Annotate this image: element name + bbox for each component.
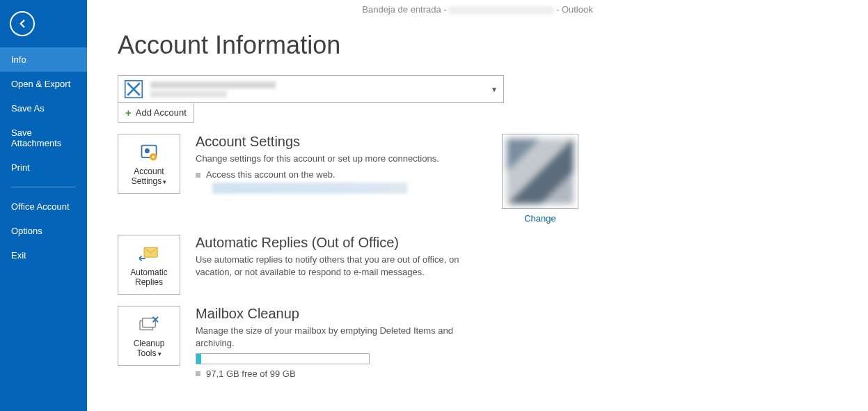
sidebar-item-exit[interactable]: Exit — [0, 243, 87, 267]
chevron-down-icon: ▾ — [163, 178, 166, 185]
button-label-line2: Settings — [132, 176, 161, 186]
account-email-redacted — [150, 82, 276, 88]
page-title: Account Information — [118, 31, 837, 60]
button-label-line2: Replies — [135, 277, 163, 287]
sidebar-item-label: Open & Export — [11, 79, 70, 89]
automatic-replies-description: Use automatic replies to notify others t… — [196, 254, 488, 278]
sidebar-item-label: Info — [11, 54, 26, 65]
svg-rect-7 — [143, 318, 156, 327]
bullet-icon — [196, 371, 200, 376]
main-content: Account Information ▼ + Add Account — [87, 0, 868, 411]
sidebar-item-info[interactable]: Info — [0, 47, 87, 72]
account-settings-description: Change settings for this account or set … — [196, 153, 488, 165]
cleanup-tools-icon — [139, 316, 159, 334]
button-label-line2: Tools — [136, 348, 156, 358]
sidebar-item-save-attachments[interactable]: Save Attachments — [0, 121, 87, 155]
change-photo-link[interactable]: Change — [524, 213, 556, 224]
mailbox-cleanup-description: Manage the size of your mailbox by empty… — [196, 325, 488, 349]
sidebar-item-label: Save Attachments — [11, 127, 61, 148]
account-photo-frame — [502, 134, 578, 209]
sidebar-item-label: Options — [11, 226, 42, 236]
account-picker-dropdown[interactable]: ▼ — [118, 75, 504, 103]
automatic-replies-heading: Automatic Replies (Out of Office) — [196, 235, 488, 251]
exchange-icon — [124, 79, 143, 99]
button-label-line1: Automatic — [130, 267, 167, 277]
arrow-left-icon — [16, 17, 29, 30]
bullet-icon — [196, 173, 200, 178]
mailbox-usage-fill — [196, 354, 201, 364]
chevron-down-icon: ▼ — [491, 86, 498, 93]
back-button[interactable] — [10, 11, 35, 36]
button-label-line1: Cleanup — [134, 339, 165, 348]
account-picker-text — [150, 82, 491, 98]
svg-point-2 — [145, 148, 150, 153]
sidebar-item-label: Exit — [11, 250, 26, 261]
automatic-replies-icon — [139, 245, 159, 262]
cleanup-tools-button[interactable]: Cleanup Tools▾ — [118, 306, 180, 366]
access-web-text: Access this account on the web. — [206, 169, 336, 180]
sidebar-item-office-account[interactable]: Office Account — [0, 194, 87, 219]
owa-link-redacted[interactable] — [212, 183, 407, 194]
sidebar-item-label: Print — [11, 162, 30, 173]
sidebar-item-open-export[interactable]: Open & Export — [0, 72, 87, 96]
account-photo — [507, 139, 574, 204]
backstage-sidebar: Info Open & Export Save As Save Attachme… — [0, 0, 87, 411]
mailbox-cleanup-heading: Mailbox Cleanup — [196, 306, 488, 322]
automatic-replies-button[interactable]: Automatic Replies — [118, 235, 180, 295]
button-label-line1: Account — [134, 166, 164, 176]
mailbox-usage-bar — [196, 353, 370, 364]
svg-point-4 — [152, 155, 155, 158]
chevron-down-icon: ▾ — [158, 350, 161, 357]
sidebar-item-label: Save As — [11, 103, 45, 114]
account-settings-button[interactable]: Account Settings▾ — [118, 134, 180, 194]
plus-icon: + — [125, 107, 132, 118]
account-type-redacted — [150, 91, 227, 98]
sidebar-item-label: Office Account — [11, 201, 70, 212]
account-settings-heading: Account Settings — [196, 134, 488, 150]
sidebar-separator — [11, 187, 76, 187]
sidebar-item-save-as[interactable]: Save As — [0, 96, 87, 121]
add-account-label: Add Account — [136, 107, 187, 118]
account-settings-icon — [139, 143, 159, 162]
mailbox-storage-text: 97,1 GB free of 99 GB — [206, 369, 296, 379]
sidebar-item-print[interactable]: Print — [0, 155, 87, 180]
add-account-button[interactable]: + Add Account — [118, 103, 194, 123]
sidebar-item-options[interactable]: Options — [0, 219, 87, 243]
